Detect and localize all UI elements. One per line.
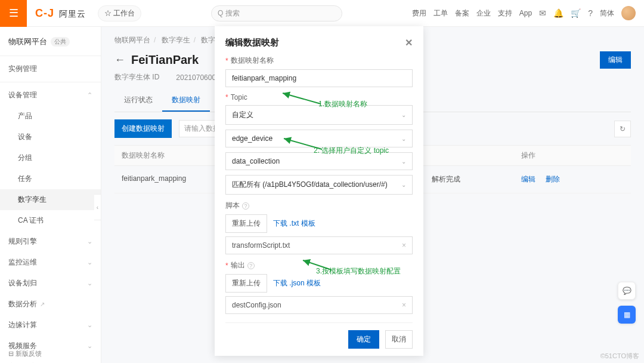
input-mapping-name[interactable]: feitianpark_mapping [225, 69, 413, 87]
select-topic-filter[interactable]: 匹配所有 (/a1pBL4Y5OGf/data_collection/user/… [225, 175, 413, 195]
sidebar-item-devices[interactable]: 设备 [0, 127, 101, 147]
nav-beian[interactable]: 备案 [455, 8, 469, 19]
chevron-down-icon: ⌄ [401, 112, 406, 118]
col-ops: 操作 [521, 150, 624, 161]
help-icon[interactable]: ? [247, 262, 255, 269]
close-icon[interactable]: ✕ [405, 37, 413, 48]
create-mapping-button[interactable]: 创建数据映射 [114, 119, 172, 138]
download-json-template-link[interactable]: 下载 .json 模板 [273, 278, 321, 288]
edit-mapping-modal: 编辑数据映射 ✕ *数据映射名称 feitianpark_mapping *To… [215, 26, 423, 356]
nav-ticket[interactable]: 工单 [434, 8, 448, 19]
logo[interactable]: C-J 阿里云 [27, 7, 94, 20]
mail-icon[interactable]: ✉ [539, 8, 546, 18]
global-search-input[interactable]: Q 搜索 [211, 5, 342, 21]
sidebar-item-rules[interactable]: 规则引擎⌄ [0, 231, 101, 252]
avatar[interactable] [621, 6, 636, 20]
sidebar-item-monitor[interactable]: 监控运维⌄ [0, 252, 101, 273]
nav-app[interactable]: App [519, 9, 532, 17]
tab-data-mapping[interactable]: 数据映射 [162, 90, 210, 112]
select-topic-name[interactable]: data_collection⌄ [225, 152, 413, 170]
cart-icon[interactable]: 🛒 [571, 8, 581, 18]
clear-icon[interactable]: × [402, 241, 406, 250]
sidebar-item-ca-cert[interactable]: CA 证书 [0, 210, 101, 231]
crumb-0[interactable]: 物联网平台 [114, 36, 150, 44]
back-arrow-icon[interactable]: ← [114, 54, 125, 66]
page-title: FeiTianPark [131, 53, 199, 67]
sidebar-item-instance[interactable]: 实例管理 [0, 59, 101, 79]
reupload-script-button[interactable]: 重新上传 [225, 214, 267, 233]
output-file-input[interactable]: destConfig.json× [225, 296, 413, 314]
select-topic-product[interactable]: edge_device⌄ [225, 130, 413, 147]
sidebar-item-digital-twin[interactable]: 数字孪生 [0, 189, 101, 210]
chevron-down-icon: ⌄ [401, 136, 406, 142]
sidebar-item-tasks[interactable]: 任务 [0, 168, 101, 189]
sidebar-item-device-assign[interactable]: 设备划归⌄ [0, 273, 101, 294]
top-nav-links: 费用 工单 备案 企业 支持 App ✉ 🔔 🛒 ? 简体 [412, 6, 644, 20]
help-icon[interactable]: ? [242, 202, 249, 210]
refresh-button[interactable]: ↻ [614, 121, 631, 137]
sidebar-collapse[interactable]: ‹ [94, 194, 101, 220]
label-output: 输出 [231, 260, 245, 270]
nav-support[interactable]: 支持 [498, 8, 512, 19]
chevron-up-icon: ⌃ [87, 91, 92, 99]
chevron-down-icon: ⌄ [401, 182, 406, 188]
row-delete-link[interactable]: 删除 [546, 175, 560, 183]
sidebar-item-products[interactable]: 产品 [0, 106, 101, 127]
edit-button[interactable]: 编辑 [600, 51, 631, 69]
bell-icon[interactable]: 🔔 [553, 8, 564, 18]
help-icon[interactable]: ? [588, 8, 593, 18]
label-topic: Topic [231, 93, 247, 101]
crumb-1[interactable]: 数字孪生 [162, 36, 190, 44]
select-topic-type[interactable]: 自定义⌄ [225, 105, 413, 125]
apps-icon[interactable]: ▦ [618, 306, 636, 324]
menu-icon[interactable]: ☰ [0, 0, 27, 27]
sidebar-item-edge[interactable]: 边缘计算⌄ [0, 315, 101, 336]
label-script: 脚本 [225, 201, 240, 211]
chat-icon[interactable]: 💬 [618, 282, 636, 300]
sidebar-item-groups[interactable]: 分组 [0, 147, 101, 168]
nav-fee[interactable]: 费用 [412, 8, 426, 19]
col-status [432, 150, 521, 161]
download-txt-template-link[interactable]: 下载 .txt 模板 [273, 219, 315, 229]
modal-title-text: 编辑数据映射 [225, 37, 279, 48]
sidebar-feedback[interactable]: ⊟ 新版反馈 [8, 349, 42, 358]
row-status: 解析完成 [432, 174, 521, 184]
cancel-button[interactable]: 取消 [385, 330, 413, 349]
workbench-button[interactable]: ☆ 工作台 [98, 5, 141, 21]
reupload-output-button[interactable]: 重新上传 [225, 274, 267, 293]
nav-enterprise[interactable]: 企业 [476, 8, 491, 19]
script-file-input[interactable]: transformScript.txt× [225, 236, 413, 254]
sidebar-head: 物联网平台公共 [0, 30, 101, 53]
meta-label: 数字孪生体 ID [114, 72, 159, 82]
sidebar: 物联网平台公共 实例管理 设备管理⌃ 产品 设备 分组 任务 数字孪生 CA 证… [0, 27, 101, 363]
tab-run-status[interactable]: 运行状态 [114, 90, 162, 112]
watermark: ©51CTO博客 [600, 352, 639, 361]
top-bar: ☰ C-J 阿里云 ☆ 工作台 Q 搜索 费用 工单 备案 企业 支持 App … [0, 0, 644, 27]
label-mapping-name: 数据映射名称 [231, 56, 274, 66]
sidebar-item-data-analysis[interactable]: 数据分析 ↗ [0, 294, 101, 315]
lang-select[interactable]: 简体 [600, 8, 614, 19]
sidebar-item-device-mgmt[interactable]: 设备管理⌃ [0, 85, 101, 106]
confirm-button[interactable]: 确定 [348, 330, 379, 349]
external-icon: ↗ [38, 301, 45, 307]
clear-icon[interactable]: × [402, 301, 406, 309]
chevron-down-icon: ⌄ [401, 158, 406, 165]
row-edit-link[interactable]: 编辑 [521, 175, 535, 183]
